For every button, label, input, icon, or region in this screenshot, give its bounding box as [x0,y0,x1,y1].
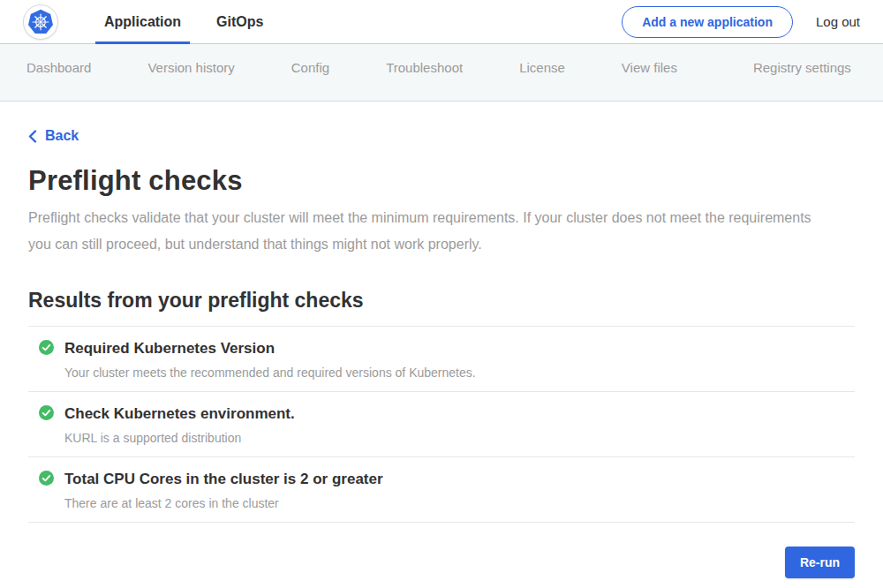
preflight-results-list: Required Kubernetes Version Your cluster… [28,326,855,523]
subnav-item-version-history[interactable]: Version history [147,58,234,78]
subnav-item-view-files[interactable]: View files [622,58,677,78]
subnav-item-troubleshoot[interactable]: Troubleshoot [386,58,463,78]
check-title: Total CPU Cores in the cluster is 2 or g… [64,470,383,489]
footer-actions: Re-run [28,547,855,578]
check-title: Required Kubernetes Version [64,339,476,358]
primary-tabs: Application GitOps [87,0,281,44]
check-row-kubernetes-version: Required Kubernetes Version Your cluster… [28,327,855,392]
check-detail: There are at least 2 cores in the cluste… [64,496,383,510]
check-title: Check Kubernetes environment. [64,404,295,424]
check-body: Required Kubernetes Version Your cluster… [64,339,476,380]
tab-gitops-label: GitOps [216,14,263,30]
check-body: Check Kubernetes environment. KURL is a … [64,404,295,445]
check-row-cpu-cores: Total CPU Cores in the cluster is 2 or g… [28,457,855,523]
check-circle-icon [39,471,54,486]
preflight-page: Back Preflight checks Preflight checks v… [0,102,883,578]
kubernetes-helm-wheel [26,8,55,36]
page-title: Preflight checks [28,165,855,197]
rerun-button[interactable]: Re-run [785,547,855,578]
check-detail: KURL is a supported distribution [64,431,295,445]
back-link[interactable]: Back [28,128,79,144]
check-circle-icon [39,405,54,420]
top-nav: Application GitOps Add a new application… [0,0,883,44]
chevron-left-icon [28,130,37,143]
check-circle-icon [39,340,54,355]
results-heading: Results from your preflight checks [28,289,855,313]
check-body: Total CPU Cores in the cluster is 2 or g… [64,470,383,510]
tab-application[interactable]: Application [87,0,199,44]
check-row-kubernetes-environment: Check Kubernetes environment. KURL is a … [28,392,855,457]
page-description: Preflight checks validate that your clus… [28,205,836,258]
check-detail: Your cluster meets the recommended and r… [64,366,476,380]
logout-link[interactable]: Log out [816,14,860,29]
back-label: Back [45,128,79,144]
tab-application-label: Application [104,14,181,30]
top-nav-right: Add a new application Log out [622,6,860,38]
subnav-item-registry-settings[interactable]: Registry settings [753,58,851,78]
subnav-item-config[interactable]: Config [291,58,329,78]
add-new-application-button[interactable]: Add a new application [622,6,793,38]
app-sub-nav: Dashboard Version history Config Trouble… [0,44,883,102]
subnav-item-license[interactable]: License [519,58,565,78]
kubernetes-logo-icon[interactable] [23,4,58,40]
subnav-item-dashboard[interactable]: Dashboard [26,58,91,78]
tab-gitops[interactable]: GitOps [199,0,281,44]
